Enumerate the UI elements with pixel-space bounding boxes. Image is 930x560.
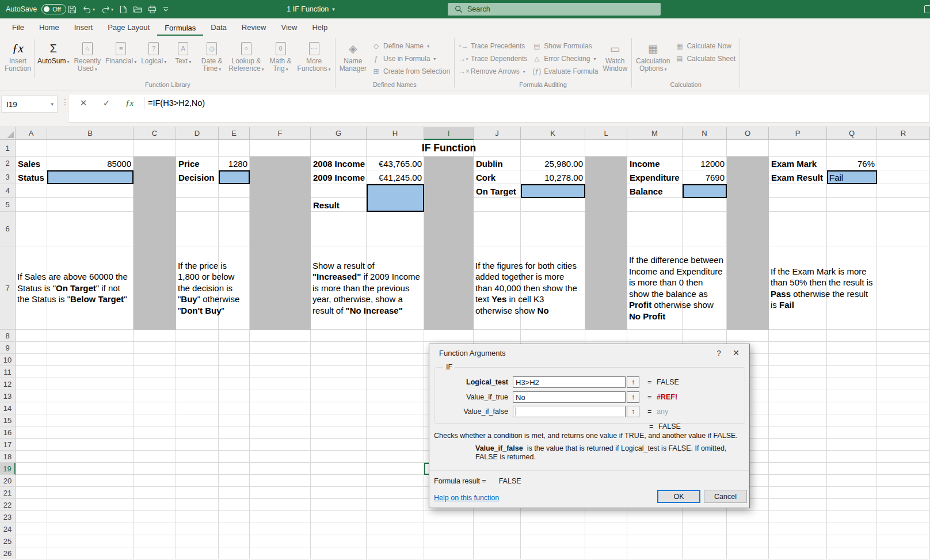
collapse-dialog-icon[interactable]: ↑ bbox=[627, 376, 639, 388]
gray-column-f[interactable] bbox=[250, 157, 311, 330]
cell-a2[interactable]: Sales bbox=[16, 157, 47, 170]
column-header-n[interactable]: N bbox=[683, 127, 727, 140]
gray-column-l[interactable] bbox=[585, 157, 627, 330]
cell-b2[interactable]: 85000 bbox=[47, 157, 134, 170]
column-header-j[interactable]: J bbox=[474, 127, 521, 140]
search-input[interactable]: Search bbox=[448, 3, 661, 16]
row-header-19[interactable]: 19 bbox=[0, 463, 16, 475]
cell-h3[interactable]: €41,245.00 bbox=[367, 170, 424, 184]
lookup-reference-button[interactable]: ○Lookup &Reference▾ bbox=[226, 37, 266, 81]
show-formulas-button[interactable]: ▤Show Formulas bbox=[529, 40, 600, 52]
trace-precedents-button[interactable]: ▫→Trace Precedents bbox=[456, 40, 529, 52]
tab-help[interactable]: Help bbox=[304, 20, 335, 36]
row-header-21[interactable]: 21 bbox=[0, 487, 16, 499]
cell-m3[interactable]: Expenditure bbox=[627, 170, 683, 184]
cell-p2[interactable]: Exam Mark bbox=[769, 157, 827, 170]
row-header-15[interactable]: 15 bbox=[0, 414, 16, 426]
column-header-m[interactable]: M bbox=[627, 127, 683, 140]
column-header-h[interactable]: H bbox=[367, 127, 424, 140]
recently-used-button[interactable]: ☆RecentlyUsed▾ bbox=[71, 37, 103, 81]
enter-icon[interactable]: ✓ bbox=[98, 94, 115, 112]
row-header-5[interactable]: 5 bbox=[0, 198, 16, 212]
cell-n3[interactable]: 7690 bbox=[683, 170, 727, 184]
undo-icon[interactable]: ▾ bbox=[82, 5, 95, 14]
cell-g2[interactable]: 2008 Income bbox=[311, 157, 367, 170]
answer-cell-e3[interactable] bbox=[219, 170, 250, 184]
row-header-3[interactable]: 3 bbox=[0, 170, 16, 184]
column-header-l[interactable]: L bbox=[585, 127, 627, 140]
row-header-20[interactable]: 20 bbox=[0, 475, 16, 487]
column-header-q[interactable]: Q bbox=[827, 127, 877, 140]
column-header-f[interactable]: F bbox=[250, 127, 311, 140]
cell-q2[interactable]: 76% bbox=[827, 157, 877, 170]
cell-p3[interactable]: Exam Result bbox=[769, 170, 827, 184]
calculation-options-button[interactable]: ▦CalculationOptions▾ bbox=[634, 37, 672, 81]
use-in-formula-button[interactable]: ƒUse in Formula▾ bbox=[369, 52, 452, 65]
cell-n2[interactable]: 12000 bbox=[683, 157, 727, 170]
value-if-true-input[interactable]: No bbox=[513, 391, 626, 403]
column-header-d[interactable]: D bbox=[176, 127, 219, 140]
cell-k3[interactable]: 10,278.00 bbox=[521, 170, 585, 184]
customize-quick-access-toolbar-icon[interactable] bbox=[162, 6, 169, 13]
cell-k2[interactable]: 25,980.00 bbox=[521, 157, 585, 170]
row-header-14[interactable]: 14 bbox=[0, 402, 16, 414]
cell-j4[interactable]: On Target bbox=[474, 184, 521, 198]
row-header-6[interactable]: 6 bbox=[0, 212, 16, 246]
remove-arrows-button[interactable]: →×Remove Arrows▾ bbox=[456, 65, 529, 78]
column-header-g[interactable]: G bbox=[311, 127, 367, 140]
collapse-dialog-icon[interactable]: ↑ bbox=[627, 391, 639, 403]
tab-view[interactable]: View bbox=[273, 20, 304, 36]
error-checking-button[interactable]: △Error Checking▾ bbox=[529, 52, 600, 65]
save-icon[interactable] bbox=[68, 5, 77, 14]
row-header-22[interactable]: 22 bbox=[0, 499, 16, 511]
calculate-now-button[interactable]: ▦Calculate Now bbox=[672, 40, 738, 52]
cell-d3[interactable]: Decision bbox=[176, 170, 219, 184]
row-header-4[interactable]: 4 bbox=[0, 184, 16, 198]
cancel-button[interactable]: Cancel bbox=[704, 490, 747, 503]
answer-cell-n4[interactable] bbox=[683, 184, 727, 198]
row-header-25[interactable]: 25 bbox=[0, 535, 16, 547]
dialog-close-icon[interactable]: ✕ bbox=[727, 348, 745, 357]
date-time-button[interactable]: ◷Date &Time▾ bbox=[197, 37, 226, 81]
column-header-c[interactable]: C bbox=[134, 127, 176, 140]
calculate-sheet-button[interactable]: ▤Calculate Sheet bbox=[672, 52, 738, 65]
row-header-23[interactable]: 23 bbox=[0, 511, 16, 523]
quick-print-icon[interactable] bbox=[148, 5, 157, 14]
row-header-13[interactable]: 13 bbox=[0, 390, 16, 402]
collapse-dialog-icon[interactable]: ↑ bbox=[627, 406, 639, 417]
tab-data[interactable]: Data bbox=[203, 20, 234, 36]
new-file-icon[interactable] bbox=[119, 5, 127, 14]
tab-page-layout[interactable]: Page Layout bbox=[100, 20, 157, 36]
tab-formulas[interactable]: Formulas bbox=[157, 20, 203, 36]
row-header-2[interactable]: 2 bbox=[0, 157, 16, 170]
create-from-selection-button[interactable]: ⊞Create from Selection bbox=[369, 65, 452, 78]
document-title[interactable]: 1 IF Function▾ bbox=[253, 0, 368, 18]
cell-a3[interactable]: Status bbox=[16, 170, 47, 184]
formula-bar[interactable]: ✕ ✓ ƒx =IF(H3>H2,No) bbox=[68, 94, 930, 123]
logical-test-input[interactable]: H3>H2 bbox=[513, 376, 626, 388]
insert-function-icon[interactable]: ƒx bbox=[121, 94, 138, 112]
column-header-k[interactable]: K bbox=[521, 127, 585, 140]
tab-review[interactable]: Review bbox=[234, 20, 274, 36]
cell-e2[interactable]: 1280 bbox=[219, 157, 250, 170]
row-header-12[interactable]: 12 bbox=[0, 378, 16, 390]
column-header-o[interactable]: O bbox=[727, 127, 769, 140]
gray-column-c[interactable] bbox=[134, 157, 176, 330]
trace-dependents-button[interactable]: →▫Trace Dependents bbox=[456, 52, 529, 65]
column-header-e[interactable]: E bbox=[219, 127, 250, 140]
cancel-icon[interactable]: ✕ bbox=[75, 94, 92, 112]
row-header-7[interactable]: 7 bbox=[0, 246, 16, 330]
dialog-title-bar[interactable]: Function Arguments ? ✕ bbox=[429, 344, 749, 361]
cell-j2[interactable]: Dublin bbox=[474, 157, 521, 170]
value-if-false-input[interactable] bbox=[513, 406, 626, 417]
column-header-i[interactable]: I bbox=[424, 127, 474, 140]
tab-file[interactable]: File bbox=[5, 20, 32, 36]
select-all-corner[interactable] bbox=[0, 127, 16, 140]
cell-g5[interactable]: Result bbox=[311, 198, 367, 212]
financial-button[interactable]: ≡Financial▾ bbox=[103, 37, 139, 81]
cell-m2[interactable]: Income bbox=[627, 157, 683, 170]
answer-cell-k4[interactable] bbox=[521, 184, 585, 198]
row-header-9[interactable]: 9 bbox=[0, 342, 16, 354]
math-trig-button[interactable]: θMath &Trig▾ bbox=[266, 37, 295, 81]
redo-icon[interactable]: ▾ bbox=[101, 5, 113, 14]
